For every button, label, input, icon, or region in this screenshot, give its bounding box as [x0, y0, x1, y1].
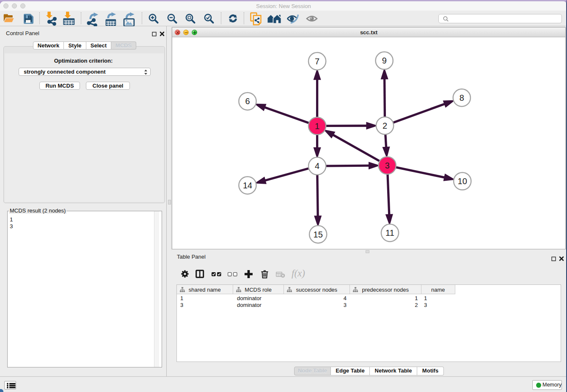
svg-text:8: 8	[460, 93, 464, 102]
svg-text:15: 15	[314, 230, 323, 239]
svg-text:14: 14	[243, 181, 252, 190]
svg-text:9: 9	[382, 56, 387, 65]
svg-text:1: 1	[315, 121, 319, 131]
svg-text:6: 6	[245, 97, 250, 106]
svg-text:4: 4	[315, 161, 319, 171]
svg-text:3: 3	[385, 161, 390, 170]
svg-text:10: 10	[458, 177, 467, 186]
svg-text:2: 2	[383, 121, 387, 130]
svg-text:11: 11	[385, 228, 394, 237]
svg-text:7: 7	[315, 57, 319, 66]
